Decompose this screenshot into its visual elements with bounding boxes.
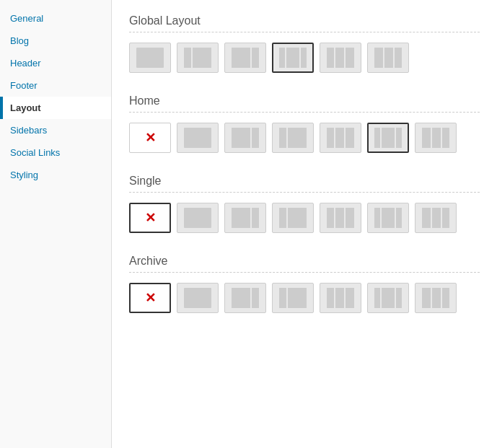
section-archive: Archive✕ [129,255,480,313]
layout-option-right-sidebar-single[interactable] [224,203,266,233]
layout-option-two-col-right-single[interactable] [320,203,361,233]
layout-option-two-col-right-global-layout[interactable] [320,43,361,73]
left-sidebar-icon [279,128,307,148]
two-col-left-icon [374,48,402,68]
section-title-archive: Archive [129,255,480,268]
section-single: Single✕ [129,175,480,233]
sidebar-item-header[interactable]: Header [0,52,111,74]
sidebar: GeneralBlogHeaderFooterLayoutSidebarsSoc… [0,0,112,448]
section-title-home: Home [129,95,480,107]
layout-option-two-col-right-home[interactable] [320,123,361,153]
layout-option-full-archive[interactable] [177,283,219,313]
sidebar-item-blog[interactable]: Blog [0,30,111,52]
layout-option-left-sidebar-archive[interactable] [272,283,314,313]
section-title-single: Single [129,175,480,188]
left-sidebar-icon [279,288,307,308]
layout-option-three-col-global-layout[interactable] [272,43,314,73]
layout-option-three-col-home[interactable] [367,123,409,153]
three-col-icon [374,288,402,308]
two-col-right-icon [327,208,354,228]
two-col-left-icon [422,208,449,228]
no-layout-icon: ✕ [145,291,156,305]
section-title-global-layout: Global Layout [129,14,480,27]
layout-option-two-col-left-single[interactable] [415,203,457,233]
sidebar-item-social-links[interactable]: Social Links [0,141,111,164]
main-content: Global LayoutHome✕Single✕Archive✕ [112,0,497,448]
layout-option-two-col-left-archive[interactable] [415,283,457,313]
section-divider-single [129,192,480,193]
layout-options-single: ✕ [129,203,480,233]
layout-option-two-col-right-archive[interactable] [320,283,361,313]
right-sidebar-icon [232,128,259,148]
layout-option-two-col-left-home[interactable] [415,123,457,153]
left-sidebar-icon [279,208,307,228]
three-col-icon [374,208,402,228]
section-divider-home [129,112,480,113]
two-col-right-icon [327,288,354,308]
layout-option-no-layout-home[interactable]: ✕ [129,123,171,153]
right-sidebar-icon [232,208,259,228]
right-sidebar-icon [232,48,259,68]
full-width-icon [184,128,211,148]
right-sidebar-icon [232,288,259,308]
layout-option-no-layout-single[interactable]: ✕ [129,203,171,233]
layout-option-left-sidebar-home[interactable] [272,123,314,153]
full-width-icon [184,288,211,308]
layout-option-left-sidebar-global-layout[interactable] [177,43,219,73]
layout-option-right-sidebar-archive[interactable] [224,283,266,313]
no-layout-icon: ✕ [145,211,156,225]
left-sidebar-icon [184,48,211,68]
layout-options-global-layout [129,43,480,73]
layout-options-home: ✕ [129,123,480,153]
layout-option-full-global-layout[interactable] [129,43,171,73]
three-col-icon [279,48,307,68]
sidebar-item-general[interactable]: General [0,7,111,30]
layout-options-archive: ✕ [129,283,480,313]
layout-option-left-sidebar-single[interactable] [272,203,314,233]
layout-option-three-col-archive[interactable] [367,283,409,313]
section-global-layout: Global Layout [129,14,480,73]
full-width-icon [136,48,164,68]
layout-option-right-sidebar-home[interactable] [224,123,266,153]
sidebar-item-footer[interactable]: Footer [0,74,111,97]
layout-option-two-col-left-global-layout[interactable] [367,43,409,73]
layout-option-full-home[interactable] [177,123,219,153]
layout-option-three-col-single[interactable] [367,203,409,233]
sidebar-item-styling[interactable]: Styling [0,164,111,186]
two-col-right-icon [327,48,354,68]
two-col-right-icon [327,128,354,148]
section-home: Home✕ [129,95,480,153]
two-col-left-icon [422,128,449,148]
section-divider-global-layout [129,32,480,32]
two-col-left-icon [422,288,449,308]
layout-option-right-sidebar-global-layout[interactable] [224,43,266,73]
no-layout-icon: ✕ [145,131,156,145]
full-width-icon [184,208,211,228]
three-col-icon [374,128,402,148]
layout-option-full-single[interactable] [177,203,219,233]
sidebar-item-sidebars[interactable]: Sidebars [0,119,111,141]
sidebar-item-layout[interactable]: Layout [0,97,111,119]
section-divider-archive [129,272,480,273]
layout-option-no-layout-archive[interactable]: ✕ [129,283,171,313]
